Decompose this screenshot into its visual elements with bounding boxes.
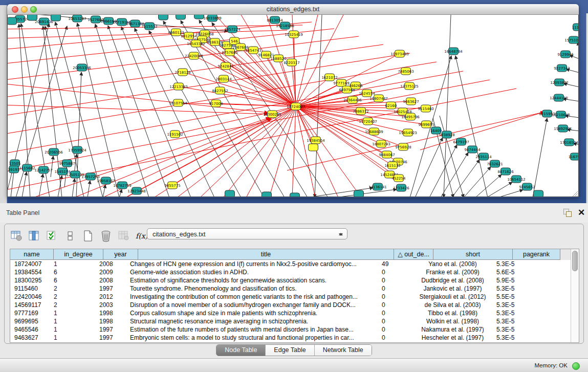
table-row[interactable]: 946554611997Estimation of the future num…	[10, 325, 579, 334]
network-canvas[interactable]: 1405572420691406106532871527602646616010…	[7, 15, 579, 197]
table-settings-icon[interactable]	[10, 229, 23, 243]
svg-text:8757685: 8757685	[222, 51, 237, 55]
graph-node[interactable]	[194, 15, 204, 19]
column-header-in_degree[interactable]: in_degree	[54, 249, 103, 260]
column-header-title[interactable]: title	[138, 249, 394, 260]
table-cell: 5.3E-5	[492, 334, 536, 342]
table-cell: Genome-wide association studies in ADHD.	[126, 268, 378, 276]
column-header-out_de[interactable]: △ out_de...	[394, 249, 433, 260]
table-cell: 0	[378, 325, 413, 334]
svg-text:20206556: 20206556	[45, 150, 63, 155]
svg-text:9474444: 9474444	[464, 148, 481, 152]
table-row[interactable]: 1830029562008Estimation of significance …	[10, 276, 579, 285]
table-cell: Nakamura et al. (1997)	[413, 325, 492, 334]
table-cell: 19384554	[10, 268, 50, 276]
graph-node[interactable]	[354, 190, 364, 196]
table-cell: 5.9E-5	[492, 276, 536, 285]
graph-node[interactable]	[176, 15, 186, 19]
column-header-year[interactable]: year	[103, 249, 138, 260]
svg-text:11173: 11173	[572, 26, 578, 30]
table-cell: 1997	[95, 334, 126, 342]
table-disabled-icon[interactable]	[117, 229, 130, 243]
tab-edge-table[interactable]: Edge Table	[266, 345, 314, 356]
table-column-icon[interactable]	[28, 229, 41, 243]
select-spinner-icon	[338, 230, 343, 238]
svg-text:13505: 13505	[9, 162, 20, 166]
svg-text:8454743: 8454743	[245, 49, 261, 53]
table-row[interactable]: 969969511998Structural magnetic resonanc…	[10, 317, 579, 325]
table-select-icon[interactable]	[46, 229, 59, 243]
table-cell: 18724007	[10, 260, 50, 268]
svg-text:18807243: 18807243	[372, 142, 390, 146]
table-row[interactable]: 2242004622012Investigating the contribut…	[10, 293, 579, 301]
network-view-window: citations_edges.txt 14055724206914061065…	[7, 4, 579, 198]
vertical-scrollbar[interactable]	[571, 249, 579, 342]
right-frame-strip	[586, 13, 588, 203]
svg-text:16409: 16409	[430, 129, 442, 133]
window-titlebar[interactable]: citations_edges.txt	[7, 4, 579, 15]
table-cell: 9699695	[10, 317, 50, 325]
svg-text:10688609: 10688609	[365, 130, 383, 134]
table-row[interactable]: 977716911998Corpus callosum shape and si…	[10, 309, 579, 317]
tab-network-table[interactable]: Network Table	[315, 345, 372, 356]
svg-text:19654923: 19654923	[399, 131, 417, 135]
table-row[interactable]: 1872400712008Changes of HCN gene express…	[10, 260, 579, 268]
network-graph[interactable]: 1405572420691406106532871527602646616010…	[8, 15, 578, 196]
svg-text:2718126: 2718126	[175, 71, 191, 75]
tab-node-table[interactable]: Node Table	[216, 345, 266, 356]
svg-text:9227343: 9227343	[554, 67, 570, 71]
table-row[interactable]: 911546021997Tourette syndrome. Phenomeno…	[10, 285, 579, 293]
table-cell: 5.3E-5	[492, 309, 536, 317]
status-bar: Memory: OK	[0, 358, 588, 372]
column-header-name[interactable]: name	[10, 249, 54, 260]
column-header-short[interactable]: short	[433, 249, 513, 260]
table-row[interactable]: 1456911722003Disruption of a novel membe…	[10, 301, 579, 309]
table-cell: 0	[378, 293, 413, 301]
graph-node[interactable]	[290, 193, 300, 196]
svg-text:2935114: 2935114	[475, 155, 492, 159]
table-cell: 1997	[95, 285, 126, 293]
table-cell: 2008	[95, 260, 126, 268]
table-cell: 5.3E-5	[492, 260, 536, 268]
graph-node[interactable]	[262, 192, 272, 196]
rows-icon[interactable]	[63, 229, 77, 243]
svg-text:12444150: 12444150	[550, 96, 568, 100]
svg-text:10325419: 10325419	[285, 33, 303, 37]
new-document-icon[interactable]	[81, 229, 95, 243]
svg-text:9242844: 9242844	[217, 64, 234, 69]
column-header-pagerank[interactable]: pagerank	[513, 249, 560, 260]
table-row[interactable]: 1938455462009Genome-wide association stu…	[10, 268, 579, 276]
table-panel-header: Table Panel ✕	[0, 203, 588, 223]
table-tabs: Node TableEdge TableNetwork Table	[216, 344, 372, 356]
svg-text:17016504: 17016504	[560, 141, 578, 145]
svg-text:5938928: 5938928	[439, 133, 454, 137]
table-cell: 1	[50, 260, 95, 268]
graph-node[interactable]	[309, 144, 318, 151]
table-tabs-bar: Node TableEdge TableNetwork Table	[0, 344, 588, 357]
svg-text:9463627: 9463627	[403, 100, 419, 104]
delete-icon[interactable]	[99, 229, 113, 243]
svg-text:10653287: 10653287	[68, 17, 86, 21]
table-cell: 9463627	[10, 334, 50, 342]
graph-node[interactable]	[159, 15, 168, 20]
svg-text:10973493: 10973493	[390, 52, 409, 56]
table-cell: 5.6E-5	[492, 268, 536, 276]
table-cell: 5.3E-5	[492, 325, 536, 334]
svg-text:9129946: 9129946	[557, 53, 574, 57]
graph-node[interactable]	[534, 190, 543, 196]
graph-node[interactable]	[225, 190, 235, 196]
svg-text:22420046: 22420046	[185, 54, 203, 58]
svg-text:8813054: 8813054	[267, 18, 283, 23]
float-panel-icon[interactable]	[563, 209, 572, 217]
graph-node[interactable]	[8, 17, 17, 25]
table-cell: Estimation of the future numbers of pati…	[126, 325, 378, 334]
table-source-select[interactable]: citations_edges.txt	[147, 228, 347, 239]
table-cell: 2	[50, 301, 95, 309]
table-cell: 2	[50, 293, 95, 301]
scrollbar-thumb[interactable]	[572, 251, 578, 271]
resize-grip-icon[interactable]	[573, 191, 578, 196]
graph-node[interactable]	[51, 15, 61, 21]
svg-text:7485063: 7485063	[398, 70, 413, 74]
table-row[interactable]: 946362711997Embryonic stem cells: a mode…	[10, 334, 579, 342]
close-panel-icon[interactable]: ✕	[577, 207, 586, 218]
